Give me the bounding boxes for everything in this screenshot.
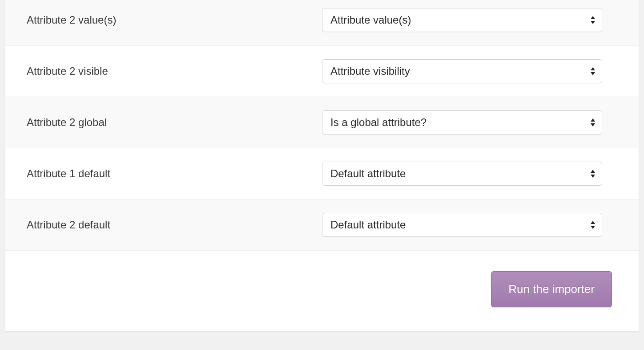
mapping-row-label: Attribute 2 global [27, 116, 322, 129]
select-display: Default attribute [322, 213, 602, 237]
mapping-row-control: Default attribute [322, 162, 617, 186]
mapping-row-label: Attribute 2 value(s) [27, 14, 322, 26]
mapping-row: Attribute 2 default Default attribute [5, 199, 639, 251]
mapping-row-control: Attribute visibility [322, 59, 617, 83]
mapping-row: Attribute 2 value(s) Attribute value(s) [5, 0, 639, 46]
attribute-values-select[interactable]: Attribute value(s) [322, 8, 602, 32]
mapping-row-label: Attribute 1 default [27, 167, 322, 180]
mapping-row-control: Default attribute [322, 213, 617, 237]
importer-mapping-panel: Attribute 2 value(s) Attribute value(s) … [5, 0, 639, 331]
attribute-visibility-select[interactable]: Attribute visibility [322, 59, 602, 83]
attribute-global-select[interactable]: Is a global attribute? [322, 110, 602, 134]
mapping-row: Attribute 1 default Default attribute [5, 148, 639, 199]
select-display: Attribute value(s) [322, 8, 602, 32]
mapping-row: Attribute 2 global Is a global attribute… [5, 97, 639, 148]
mapping-row-label: Attribute 2 default [27, 219, 322, 231]
select-display: Is a global attribute? [322, 110, 602, 134]
attribute-1-default-select[interactable]: Default attribute [322, 162, 602, 186]
select-display: Attribute visibility [322, 59, 602, 83]
select-display: Default attribute [322, 162, 602, 186]
mapping-row-control: Is a global attribute? [322, 110, 617, 134]
panel-footer: Run the importer [5, 251, 639, 331]
mapping-row-label: Attribute 2 visible [27, 65, 322, 77]
run-importer-button[interactable]: Run the importer [491, 271, 612, 307]
attribute-2-default-select[interactable]: Default attribute [322, 213, 602, 237]
mapping-row-control: Attribute value(s) [322, 8, 617, 32]
mapping-row: Attribute 2 visible Attribute visibility [5, 46, 639, 97]
